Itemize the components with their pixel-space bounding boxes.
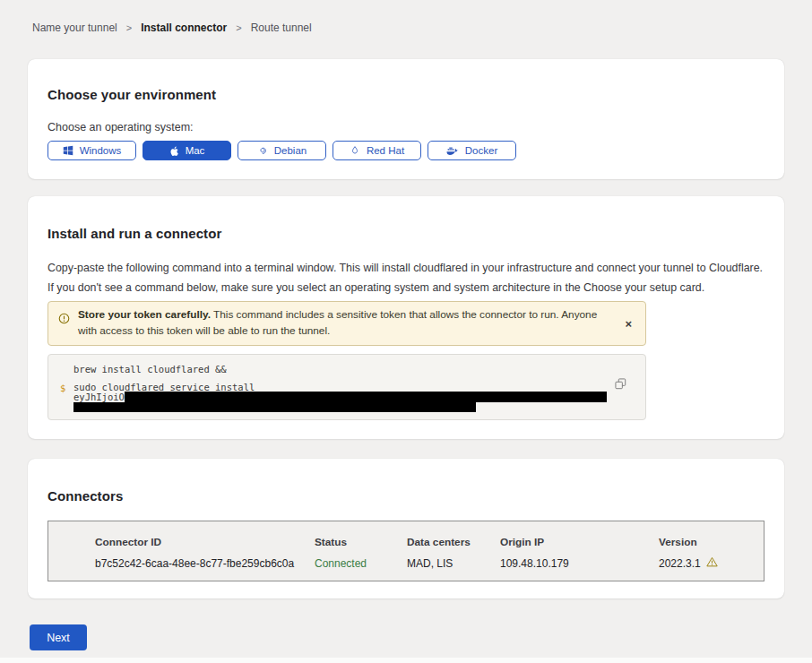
debian-icon	[257, 145, 268, 156]
os-button-label: Red Hat	[367, 145, 404, 156]
breadcrumb: Name your tunnel > Install connector > R…	[0, 0, 812, 33]
breadcrumb-separator: >	[236, 22, 241, 33]
os-button-mac[interactable]: Mac	[143, 141, 231, 160]
os-button-docker[interactable]: Docker	[428, 141, 516, 160]
breadcrumb-step-name-tunnel[interactable]: Name your tunnel	[32, 22, 117, 34]
table-row: b7c52c42-6caa-48ee-8c77-fbe259cb6c0a Con…	[95, 556, 764, 570]
column-origin-ip: Origin IP	[500, 536, 659, 548]
bottom-strip	[0, 658, 812, 663]
connectors-card: Connectors Connector ID Status Data cent…	[28, 459, 784, 598]
column-version: Version	[659, 536, 764, 548]
token-prefix: eyJhIjoiO	[73, 392, 125, 402]
os-button-label: Windows	[80, 145, 122, 156]
code-line-brew: brew install cloudflared &&	[73, 365, 633, 375]
warning-message: Store your token carefully. This command…	[78, 307, 609, 339]
os-button-label: Debian	[274, 145, 307, 156]
token-warning-banner: Store your token carefully. This command…	[48, 301, 646, 345]
install-connector-card: Install and run a connector Copy-paste t…	[28, 196, 784, 439]
install-card-description: Copy-paste the following command into a …	[48, 259, 763, 297]
code-line-token: eyJhIjoiO	[73, 392, 633, 402]
warning-triangle-icon	[706, 556, 718, 570]
connectors-table-header: Connector ID Status Data centers Origin …	[95, 536, 764, 548]
version-value: 2022.3.1	[659, 556, 764, 570]
next-button[interactable]: Next	[30, 624, 87, 650]
connectors-card-title: Connectors	[48, 488, 764, 504]
code-line-token-2	[73, 402, 633, 412]
copy-icon[interactable]	[613, 376, 628, 394]
connectors-table: Connector ID Status Data centers Origin …	[48, 521, 764, 581]
os-button-group: Windows Mac Debian Red Hat Docker	[48, 141, 764, 160]
docker-icon	[446, 146, 459, 156]
close-icon[interactable]: ×	[621, 316, 635, 332]
origin-ip-value: 109.48.10.179	[500, 557, 659, 570]
warning-circle-icon	[58, 312, 70, 339]
redacted-token-bar	[73, 402, 476, 412]
os-button-label: Mac	[186, 145, 205, 156]
environment-card-title: Choose your environment	[48, 87, 764, 102]
data-centers-value: MAD, LIS	[407, 557, 500, 570]
breadcrumb-separator: >	[126, 22, 132, 33]
install-card-title: Install and run a connector	[48, 226, 764, 241]
column-data-centers: Data centers	[407, 536, 500, 548]
column-connector-id: Connector ID	[95, 536, 315, 548]
os-button-label: Docker	[465, 145, 497, 156]
redhat-icon	[350, 145, 360, 156]
breadcrumb-step-install-connector[interactable]: Install connector	[141, 22, 227, 34]
breadcrumb-step-route-tunnel[interactable]: Route tunnel	[251, 22, 312, 34]
warning-message-bold: Store your token carefully.	[78, 308, 211, 321]
connector-id-value: b7c52c42-6caa-48ee-8c77-fbe259cb6c0a	[95, 557, 315, 570]
version-number: 2022.3.1	[659, 557, 701, 570]
status-badge: Connected	[315, 557, 407, 570]
os-select-label: Choose an operating system:	[48, 121, 764, 133]
os-button-redhat[interactable]: Red Hat	[333, 141, 421, 160]
os-button-debian[interactable]: Debian	[238, 141, 326, 160]
windows-icon	[63, 145, 73, 156]
apple-icon	[169, 145, 179, 157]
redacted-token-bar	[125, 392, 607, 402]
install-command-codeblock: $ brew install cloudflared && sudo cloud…	[48, 354, 646, 420]
shell-prompt: $	[60, 383, 65, 393]
environment-card: Choose your environment Choose an operat…	[28, 59, 784, 179]
column-status: Status	[315, 536, 407, 548]
os-button-windows[interactable]: Windows	[48, 141, 136, 160]
